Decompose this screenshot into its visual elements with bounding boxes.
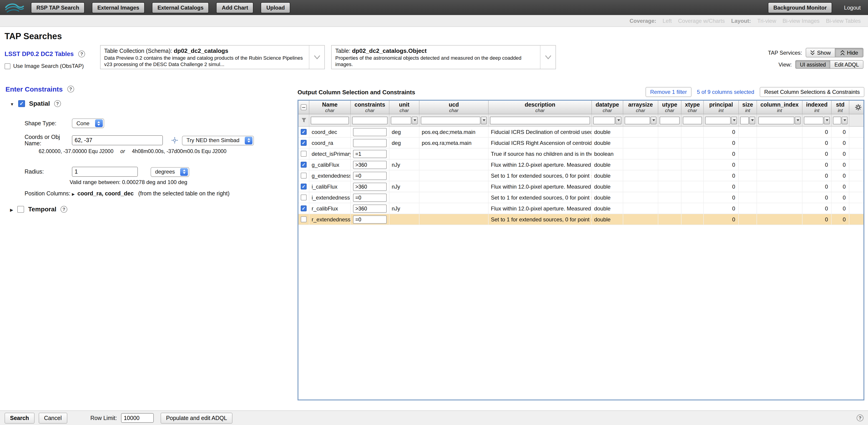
table-row-g_extendedness[interactable]: g_extendednessSet to 1 for extended sour…: [299, 170, 863, 181]
coords-input[interactable]: [72, 135, 163, 145]
constraint-input-g_calibFlux[interactable]: [353, 161, 387, 169]
ui-assisted-button[interactable]: UI assisted: [796, 60, 831, 69]
filter-dropdown-unit[interactable]: [412, 116, 417, 124]
filter-dropdown-principal[interactable]: [731, 116, 737, 124]
footer-help-icon[interactable]: [857, 415, 863, 421]
spatial-collapse-icon[interactable]: [10, 99, 14, 108]
upload-button[interactable]: Upload: [261, 2, 290, 13]
tap-services-hide-button[interactable]: Hide: [835, 48, 863, 57]
resolver-dropdown-button[interactable]: Try NED then Simbad: [182, 136, 254, 145]
column-header-constraints[interactable]: constraintschar: [351, 101, 390, 114]
constraint-input-g_extendedness[interactable]: [353, 171, 387, 180]
table-row-detect_isPrimary[interactable]: detect_isPrimaryTrue if source has no ch…: [299, 148, 863, 160]
filter-input-utype[interactable]: [660, 116, 680, 124]
table-selector[interactable]: Table: dp02_dc2_catalogs.Object Properti…: [331, 45, 556, 69]
row-checkbox-r_calibFlux[interactable]: [301, 205, 307, 211]
constraint-input-r_extendedness[interactable]: [353, 215, 387, 223]
column-header-ucd[interactable]: ucdchar: [420, 101, 489, 114]
temporal-checkbox[interactable]: [17, 206, 24, 213]
column-header-std[interactable]: stdint: [832, 101, 849, 114]
table-row-i_extendedness[interactable]: i_extendednessSet to 1 for extended sour…: [299, 192, 863, 203]
row-checkbox-detect_isPrimary[interactable]: [301, 151, 307, 157]
filter-dropdown-size[interactable]: [749, 116, 755, 124]
row-checkbox-r_extendedness[interactable]: [301, 216, 307, 222]
external-catalogs-button[interactable]: External Catalogs: [152, 2, 209, 13]
filter-dropdown-ucd[interactable]: [481, 116, 487, 124]
tap-services-show-button[interactable]: Show: [806, 48, 835, 57]
column-header-column_index[interactable]: column_indexint: [757, 101, 803, 114]
filter-input-xtype[interactable]: [683, 116, 702, 124]
external-images-button[interactable]: External Images: [92, 2, 145, 13]
table-expand-button[interactable]: [540, 46, 555, 69]
row-checkbox-i_calibFlux[interactable]: [301, 183, 307, 190]
remove-filter-button[interactable]: Remove 1 filter: [646, 87, 691, 97]
spatial-help-icon[interactable]: [54, 100, 61, 107]
table-row-r_extendedness[interactable]: r_extendednessSet to 1 for extended sour…: [299, 214, 863, 225]
obstap-checkbox[interactable]: [5, 63, 10, 69]
column-header-arraysize[interactable]: arraysizechar: [623, 101, 658, 114]
row-limit-input[interactable]: [121, 413, 154, 423]
row-checkbox-g_calibFlux[interactable]: [301, 162, 307, 168]
temporal-collapse-icon[interactable]: [10, 205, 13, 213]
table-options-gear-icon[interactable]: [855, 104, 862, 111]
search-button[interactable]: Search: [5, 413, 34, 423]
column-header-utype[interactable]: utypechar: [658, 101, 681, 114]
add-chart-button[interactable]: Add Chart: [216, 2, 254, 13]
filter-input-size[interactable]: [740, 116, 749, 124]
filter-dropdown-std[interactable]: [842, 116, 847, 124]
position-columns-expand-icon[interactable]: [72, 191, 74, 197]
radius-unit-select[interactable]: degrees: [151, 167, 189, 176]
edit-adql-button[interactable]: Edit ADQL: [831, 60, 863, 69]
column-header-principal[interactable]: principalint: [704, 101, 739, 114]
reset-columns-button[interactable]: Reset Column Selections & Constraints: [760, 87, 864, 97]
filter-input-std[interactable]: [833, 116, 841, 124]
filter-dropdown-arraysize[interactable]: [651, 116, 656, 124]
shape-type-select[interactable]: Cone: [72, 118, 104, 128]
table-row-coord_dec[interactable]: coord_decdegpos.eq.dec;meta.mainFiducial…: [299, 126, 863, 138]
constraints-help-icon[interactable]: [67, 86, 74, 92]
filter-funnel-icon[interactable]: [301, 117, 306, 123]
filter-input-column_index[interactable]: [758, 116, 794, 124]
filter-dropdown-column_index[interactable]: [795, 116, 801, 124]
populate-adql-button[interactable]: Populate and edit ADQL: [161, 413, 232, 423]
column-header-unit[interactable]: unitchar: [390, 101, 420, 114]
filter-input-constraints[interactable]: [352, 116, 388, 124]
constraint-input-i_calibFlux[interactable]: [353, 182, 387, 191]
filter-input-indexed[interactable]: [804, 116, 824, 124]
row-checkbox-coord_ra[interactable]: [301, 140, 307, 146]
logout-button[interactable]: Logout: [841, 4, 863, 11]
select-all-checkbox[interactable]: [301, 104, 307, 110]
schema-expand-button[interactable]: [309, 46, 324, 69]
column-header-indexed[interactable]: indexedint: [803, 101, 832, 114]
table-row-coord_ra[interactable]: coord_radegpos.eq.ra;meta.mainFiducial I…: [299, 138, 863, 148]
filter-input-arraysize[interactable]: [625, 116, 650, 124]
filter-input-ucd[interactable]: [421, 116, 480, 124]
columns-selected-link[interactable]: 5 of 9 columns selected: [697, 89, 754, 95]
filter-input-name[interactable]: [311, 116, 349, 124]
column-header-description[interactable]: descriptionchar: [489, 101, 592, 114]
background-monitor-button[interactable]: Background Monitor: [768, 2, 832, 13]
table-row-g_calibFlux[interactable]: g_calibFluxnJyFlux within 12.0-pixel ape…: [299, 160, 863, 170]
filter-dropdown-datatype[interactable]: [616, 116, 621, 124]
table-row-i_calibFlux[interactable]: i_calibFluxnJyFlux within 12.0-pixel ape…: [299, 181, 863, 192]
cancel-button[interactable]: Cancel: [38, 413, 67, 423]
column-header-name[interactable]: Namechar: [309, 101, 351, 114]
spatial-checkbox[interactable]: [18, 100, 25, 107]
constraint-input-i_extendedness[interactable]: [353, 193, 387, 202]
table-row-r_calibFlux[interactable]: r_calibFluxnJyFlux within 12.0-pixel ape…: [299, 203, 863, 214]
column-header-datatype[interactable]: datatypechar: [592, 101, 623, 114]
row-checkbox-i_extendedness[interactable]: [301, 195, 307, 200]
schema-selector[interactable]: Table Collection (Schema): dp02_dc2_cata…: [100, 45, 325, 69]
temporal-help-icon[interactable]: [61, 206, 67, 213]
filter-input-description[interactable]: [490, 116, 590, 124]
column-header-size[interactable]: sizeint: [739, 101, 757, 114]
constraint-input-coord_dec[interactable]: [353, 128, 387, 136]
service-help-icon[interactable]: [78, 51, 85, 57]
row-checkbox-coord_dec[interactable]: [301, 129, 307, 135]
rsp-tap-search-button[interactable]: RSP TAP Search: [31, 2, 85, 13]
filter-input-principal[interactable]: [705, 116, 731, 124]
constraint-input-coord_ra[interactable]: [353, 139, 387, 147]
constraint-input-detect_isPrimary[interactable]: [353, 150, 387, 158]
filter-dropdown-indexed[interactable]: [824, 116, 830, 124]
filter-input-unit[interactable]: [391, 116, 411, 124]
